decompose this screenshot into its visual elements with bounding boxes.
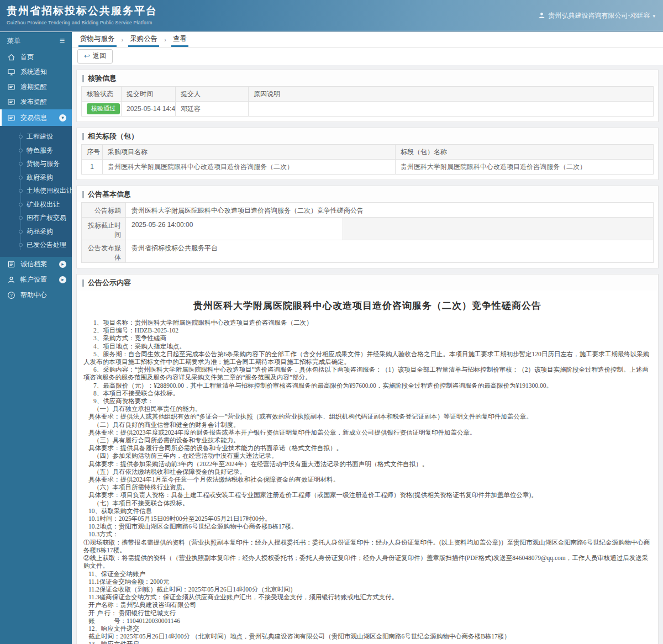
sidebar-item-overdue-reminder[interactable]: 逾期提醒 (0, 80, 72, 94)
verify-col-time: 提交时间 (122, 87, 176, 102)
sidebar-item-home[interactable]: 首页 (0, 50, 72, 65)
back-arrow-icon: ↩ (84, 52, 90, 60)
doc-paragraph: 具体要求：提供参加采购活动前3年内（2022年至2024年）在经营活动中没有重大… (83, 460, 651, 468)
chevron-down-icon: ▾ (59, 114, 66, 122)
sidebar-item-trade-info[interactable]: 交易信息▾ (0, 109, 72, 126)
doc-paragraph: ②线上获取：将需提供的资料（（营业执照副本复印件；经办人授权委托书；委托人身份证… (83, 554, 651, 569)
bid-deadline-value: 2025-05-26 14:00:00 (126, 218, 343, 240)
basic-row-deadline: 投标截止时间 2025-05-26 14:00:00 (82, 217, 653, 240)
table-row: 核验通过 2025-05-14 14:47 邓廷容 (82, 102, 654, 117)
sidebar-subitem-mining-right[interactable]: 矿业权出让 (0, 198, 72, 212)
doc-paragraph: 11.3磋商保证金交纳方式：保证金须从供应商企业账户汇出，不接受现金支付，须用银… (83, 593, 651, 601)
sidebar-item-label: 帮助中心 (20, 291, 47, 300)
help-icon: ? (7, 291, 15, 299)
sidebar-item-help-center[interactable]: ?帮助中心 (0, 288, 72, 303)
sidebar-item-integrity-archive[interactable]: 诚信档案▸ (0, 257, 72, 272)
sidebar-item-label: 逾期提醒 (20, 82, 47, 92)
breadcrumb-item-notice[interactable]: 采购公告 (128, 32, 159, 47)
card-icon (7, 98, 15, 106)
empty-cell (343, 218, 653, 240)
related-col-package: 标段（包）名称 (396, 145, 654, 160)
sidebar-bottom-menu: 诚信档案▸帐户设置▸?帮助中心 (0, 257, 72, 303)
user-name: 贵州弘典建设咨询有限公司-邓廷容 (548, 11, 650, 20)
sidebar-item-label: 系统通知 (20, 67, 47, 77)
sidebar-item-system-notice[interactable]: 系统通知 (0, 65, 72, 80)
svg-text:?: ? (10, 293, 13, 298)
breadcrumb: 货物与服务 › 采购公告 › 查看 (72, 32, 663, 47)
related-section-title: 相关标段（包） (77, 128, 658, 144)
hamburger-icon[interactable]: ≡ (60, 36, 65, 45)
verify-col-person: 提交人 (176, 87, 249, 102)
sidebar-subitem-state-property[interactable]: 国有产权交易 (0, 211, 72, 225)
breadcrumb-item-goods[interactable]: 货物与服务 (78, 32, 117, 47)
verify-section-title: 核验信息 (77, 70, 658, 86)
sidebar-subitem-goods-service[interactable]: 货物与服务 (0, 157, 72, 171)
field-label: 投标截止时间 (82, 218, 126, 240)
sidebar-subitem-published-notice[interactable]: 已发公告处理 (0, 238, 72, 252)
doc-paragraph: 3、采购方式：竞争性磋商 (83, 334, 651, 342)
menu-label: 菜单 (7, 36, 20, 46)
chevron-right-icon: ▸ (59, 261, 66, 268)
doc-paragraph: 具体要求：项目负责人资格：具备土建工程或安装工程专业国家注册造价工程师（或国家一… (83, 491, 651, 499)
toolbar: ↩ 返回 (72, 47, 663, 65)
doc-paragraph: 13、响应文件开启 (83, 640, 651, 644)
announcement-content-title: 公告公示内容 (77, 275, 658, 291)
doc-paragraph: （一）具有独立承担民事责任的能力。 (83, 405, 651, 413)
doc-paragraph: 具体要求：提供具备履行合同所必需的设备和专业技术能力的书面承诺（格式文件自拟）。 (83, 444, 651, 452)
doc-paragraph: 10.2地点：贵阳市观山湖区金阳南路6号世纪金源购物中心商务楼B栋17楼。 (83, 522, 651, 530)
doc-paragraph: 10.3方式： (83, 530, 651, 538)
user-menu[interactable]: 贵州弘典建设咨询有限公司-邓廷容 ▾ (538, 11, 655, 20)
breadcrumb-separator: › (164, 32, 166, 47)
card-icon (7, 83, 15, 91)
doc-paragraph: 2、项目编号：HDZB-2025-102 (83, 326, 651, 334)
doc-paragraph: 10.1时间：2025年05月15日09时00分至2025年05月21日17时0… (83, 515, 651, 522)
brand: 贵州省招标投标公共服务平台 GuiZhou Province Tendering… (7, 4, 157, 25)
section-marker (82, 75, 84, 82)
related-row-project: 贵州医科大学附属医院眼科中心改造项目造价咨询服务（二次） (103, 160, 396, 175)
related-table: 序号 采购项目名称 标段（包）名称 1 贵州医科大学附属医院眼科中心改造项目造价… (81, 144, 654, 175)
app-subtitle: GuiZhou Province Tendering and Bidding P… (7, 20, 157, 25)
sidebar-subitem-drug-procurement[interactable]: 药品采购 (0, 225, 72, 239)
doc-paragraph: 截止时间：2025年05月26日14时00分 （北京时间）地点，贵州弘典建设咨询… (83, 632, 651, 640)
back-button-label: 返回 (93, 51, 106, 61)
doc-paragraph: 开 户 行： 贵阳银行世纪城支行 (83, 609, 651, 617)
basic-info-table: 公告标题 贵州医科大学附属医院眼科中心改造项目造价咨询服务（二次）竞争性磋商公告… (81, 202, 654, 263)
doc-paragraph: 11.1保证金交纳金额：2000元 (83, 578, 651, 585)
breadcrumb-item-view[interactable]: 查看 (171, 32, 188, 47)
related-section: 相关标段（包） 序号 采购项目名称 标段（包）名称 1 贵州医科大学附属医院眼科… (76, 128, 659, 180)
sidebar-item-account-settings[interactable]: 帐户设置▸ (0, 272, 72, 288)
sidebar-item-publish-reminder[interactable]: 发布提醒 (0, 94, 72, 109)
related-col-no: 序号 (82, 145, 103, 160)
person-icon (7, 276, 15, 284)
app-title: 贵州省招标投标公共服务平台 (7, 4, 157, 18)
basic-info-section-title: 公告基本信息 (77, 186, 658, 202)
sidebar-subitem-land-use-right[interactable]: 土地使用权出让 (0, 184, 72, 198)
basic-row-title: 公告标题 贵州医科大学附属医院眼科中心改造项目造价咨询服务（二次）竞争性磋商公告 (82, 203, 653, 217)
related-row-no: 1 (82, 160, 103, 175)
monitor-icon (7, 68, 15, 76)
basic-info-section: 公告基本信息 公告标题 贵州医科大学附属医院眼科中心改造项目造价咨询服务（二次）… (76, 186, 659, 268)
doc-paragraph: 11.2保证金收取（到账）截止时间：2025年05月26日14时00分（北京时间… (83, 585, 651, 593)
sidebar-header: 菜单 ≡ (0, 32, 72, 50)
sidebar-subitem-featured-service[interactable]: 特色服务 (0, 144, 72, 157)
verify-section: 核验信息 核验状态 提交时间 提交人 原因说明 核验通过 2025-05-14 … (76, 70, 659, 122)
doc-icon (7, 260, 15, 268)
doc-paragraph: （二）具有良好的商业信誉和健全的财务会计制度。 (83, 421, 651, 429)
doc-paragraph: 6、采购内容：“贵州医科大学附属医院眼科中心改造项目”造价咨询服务，具体包括以下… (83, 366, 651, 381)
card-icon (7, 114, 15, 122)
back-button[interactable]: ↩ 返回 (77, 49, 113, 64)
doc-paragraph: （六）本项目所需特殊行业资质。 (83, 483, 651, 491)
doc-paragraph: 10、获取采购文件信息 (83, 507, 651, 515)
doc-paragraph: （五）具有依法缴纳税收和社会保障资金的良好记录。 (83, 468, 651, 476)
sidebar-item-label: 交易信息 (20, 113, 47, 123)
sidebar-sub-menu: 工程建设特色服务货物与服务政府采购土地使用权出让矿业权出让国有产权交易药品采购已… (0, 126, 72, 257)
doc-paragraph: 具体要求：提供2024年1月至今任意一个月依法缴纳税收和社会保障资金的有效证明材… (83, 476, 651, 483)
sidebar-item-label: 诚信档案 (20, 260, 47, 269)
sidebar-subitem-construction[interactable]: 工程建设 (0, 130, 72, 144)
publish-media-value: 贵州省招标投标公共服务平台 (126, 240, 653, 262)
caret-down-icon: ▾ (653, 13, 655, 18)
status-badge: 核验通过 (87, 103, 120, 114)
field-label: 公告标题 (82, 203, 126, 217)
section-marker (82, 279, 84, 287)
sidebar-subitem-gov-procurement[interactable]: 政府采购 (0, 171, 72, 184)
